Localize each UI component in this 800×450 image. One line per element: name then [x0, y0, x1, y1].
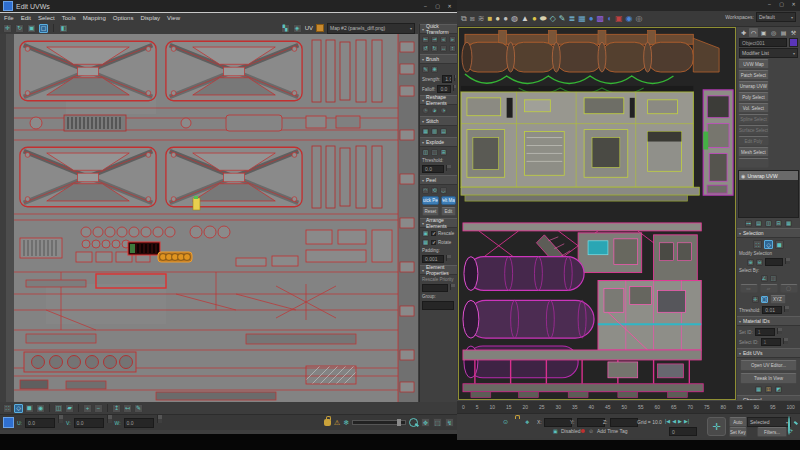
- rotate-icon[interactable]: ↻: [15, 24, 24, 33]
- pelt-icon[interactable]: ◡: [440, 187, 447, 194]
- vertex-mode-icon[interactable]: ∷: [3, 404, 12, 413]
- tab-utilities[interactable]: ⚒: [789, 28, 798, 37]
- key-filters-button[interactable]: Filters...: [757, 427, 787, 437]
- bind-spacewarp-icon[interactable]: ≋: [478, 15, 485, 23]
- open-uv-editor-button[interactable]: Open UV Editor...: [740, 360, 797, 371]
- shrink-selection-icon[interactable]: −: [94, 404, 103, 413]
- modifier-button[interactable]: [738, 158, 769, 168]
- modifier-button[interactable]: Patch Select: [738, 70, 769, 80]
- ring-icon[interactable]: ↤: [123, 404, 132, 413]
- rollout-reshape-elements[interactable]: Reshape Elements: [420, 95, 458, 105]
- visibility-eye-icon[interactable]: ◉: [741, 173, 745, 179]
- rollout-element-properties[interactable]: Element Properties: [420, 265, 458, 275]
- uv-preview-icon[interactable]: ▦: [755, 386, 762, 393]
- geosphere-primitive-icon[interactable]: ●: [503, 15, 508, 23]
- object-name-field[interactable]: Object001: [739, 38, 787, 47]
- rotate-cw-icon[interactable]: ↻: [431, 45, 438, 52]
- lock-selection-icon[interactable]: [324, 419, 331, 426]
- menu-item[interactable]: Edit: [21, 15, 31, 21]
- workspace-dropdown[interactable]: Default: [756, 12, 796, 22]
- scale-icon[interactable]: ▣: [27, 24, 36, 33]
- absolute-mode-icon[interactable]: [3, 417, 14, 428]
- show-end-result-icon[interactable]: ▤: [755, 220, 762, 227]
- select-id-field[interactable]: 1: [761, 338, 781, 346]
- menu-item[interactable]: Display: [140, 15, 160, 21]
- lock-icon[interactable]: ⚿: [765, 386, 772, 393]
- blend-icon[interactable]: ◈: [293, 24, 302, 33]
- menu-item[interactable]: Options: [113, 15, 134, 21]
- render-production-icon[interactable]: ▣: [615, 15, 623, 23]
- select-by-angle-icon[interactable]: ∠: [761, 275, 768, 282]
- v-field[interactable]: 0.0: [74, 418, 104, 428]
- rectify-icon[interactable]: ◑: [440, 107, 447, 114]
- select-link-icon[interactable]: ⧉: [461, 15, 467, 23]
- make-unique-icon[interactable]: ◫: [765, 220, 772, 227]
- snap-icon[interactable]: ❄: [343, 419, 349, 427]
- modifier-button[interactable]: Edit Poly: [738, 136, 769, 146]
- object-color-swatch[interactable]: [789, 38, 798, 47]
- render-teapot-icon[interactable]: ◉: [626, 15, 633, 23]
- modifier-stack[interactable]: ◉ Unwrap UVW: [738, 170, 799, 218]
- z-field[interactable]: [610, 418, 638, 427]
- edge-subobject-icon[interactable]: ◇: [764, 240, 773, 249]
- grow-icon[interactable]: ⊕: [747, 259, 754, 266]
- menu-item[interactable]: Mapping: [83, 15, 106, 21]
- explode-faces-icon[interactable]: ⬚: [431, 149, 438, 156]
- globe-icon[interactable]: ◎: [636, 15, 643, 23]
- edge-mode-icon[interactable]: ◇: [14, 404, 23, 413]
- element-mode-icon[interactable]: ◉: [36, 404, 45, 413]
- menu-item[interactable]: File: [4, 15, 14, 21]
- stack-item-unwrap-uvw[interactable]: ◉ Unwrap UVW: [739, 171, 798, 180]
- falloff-field[interactable]: 0.0: [437, 85, 450, 93]
- strength-field[interactable]: 1.0: [442, 75, 452, 83]
- straighten-icon[interactable]: ◔: [422, 107, 429, 114]
- vertex-subobject-icon[interactable]: ∷: [753, 240, 762, 249]
- selected-dropdown[interactable]: Selected: [747, 417, 791, 427]
- remove-modifier-icon[interactable]: ⊟: [775, 220, 782, 227]
- rollout-explode[interactable]: Explode: [420, 137, 458, 147]
- select-btn-3[interactable]: ◯: [780, 284, 798, 293]
- set-key-button[interactable]: Set Key: [729, 427, 747, 437]
- pack-normalize-icon[interactable]: ▣: [422, 230, 429, 237]
- zoom-extents-icon[interactable]: ↯: [445, 418, 454, 427]
- rescale-priority-field[interactable]: [422, 284, 448, 292]
- align-right-icon[interactable]: ⫸: [449, 36, 456, 43]
- reset-peel-button[interactable]: Reset: [422, 207, 439, 216]
- rollout-quick-transform[interactable]: Quick Transform: [420, 24, 458, 34]
- select-btn-1[interactable]: ▭: [740, 284, 758, 293]
- stitch-target-icon[interactable]: ▤: [440, 128, 447, 135]
- rollout-stitch[interactable]: Stitch: [420, 116, 458, 126]
- menu-item[interactable]: View: [167, 15, 180, 21]
- stitch-custom-icon[interactable]: ▦: [422, 128, 429, 135]
- planar-icon[interactable]: ▢: [761, 296, 768, 303]
- group-field[interactable]: [422, 301, 454, 310]
- modifier-button[interactable]: UVW Map: [738, 59, 769, 69]
- pack-icon[interactable]: ▩: [422, 239, 429, 246]
- rollout-edit-uvs[interactable]: Edit UVs: [737, 348, 800, 358]
- box-primitive-icon[interactable]: ■: [488, 15, 493, 23]
- tab-modify[interactable]: ◠: [749, 28, 758, 37]
- island-icon[interactable]: ◩: [775, 386, 782, 393]
- zoom-region-icon[interactable]: ⬚: [433, 418, 442, 427]
- render-setup-icon[interactable]: ▩: [597, 15, 605, 23]
- zoom-slider[interactable]: [352, 420, 406, 425]
- rotate-ccw-icon[interactable]: ↺: [422, 45, 429, 52]
- add-time-tag-label[interactable]: Add Time Tag: [597, 428, 627, 434]
- maximize-icon[interactable]: ▢: [433, 3, 442, 10]
- relax-brush-icon[interactable]: ❋: [431, 66, 438, 73]
- rollout-peel[interactable]: Peel: [420, 175, 458, 185]
- space-h-icon[interactable]: ↔: [440, 45, 447, 52]
- sphere-primitive-icon[interactable]: ●: [495, 15, 500, 23]
- tab-hierarchy[interactable]: ▣: [759, 28, 768, 37]
- w-field[interactable]: 0.0: [124, 418, 154, 428]
- polygon-subobject-icon[interactable]: ◼: [775, 240, 784, 249]
- padding-field[interactable]: 0.001: [422, 255, 444, 263]
- relax-icon[interactable]: ◕: [431, 107, 438, 114]
- maximize-icon[interactable]: ▢: [777, 1, 786, 8]
- modifier-button[interactable]: Vol. Select: [738, 103, 769, 113]
- tab-motion[interactable]: ◎: [769, 28, 778, 37]
- capsule-primitive-icon[interactable]: ⬬: [540, 15, 547, 23]
- threshold-field[interactable]: 0.01: [762, 306, 782, 314]
- u-field[interactable]: 0.0: [25, 418, 55, 428]
- pan-plus-icon[interactable]: ✛: [707, 417, 726, 436]
